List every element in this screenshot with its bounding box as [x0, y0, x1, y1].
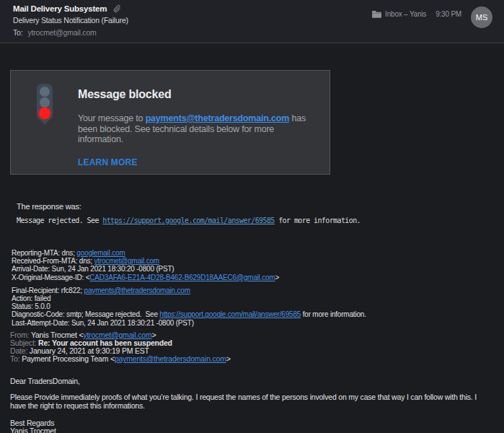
inbox-folder-icon	[372, 10, 381, 18]
response-message: Message rejected. See https://support.go…	[17, 216, 494, 224]
card-text-prefix: Your message to	[78, 113, 146, 123]
original-message-text: Dear TradersDomain, Please Provide immed…	[10, 377, 494, 433]
message-id-link[interactable]: CAD3AFA6-E21A-4D28-B462-B629D18AAEC6@gma…	[89, 274, 275, 281]
received-from-mta-line: Received-From-MTA: dns; ytrocmet@gmail.c…	[12, 257, 494, 265]
from-label: From:	[10, 331, 31, 339]
original-message-id-line: X-Original-Message-ID: <CAD3AFA6-E21A-4D…	[12, 274, 494, 281]
reporting-mta-label: Reporting-MTA: dns;	[12, 249, 76, 257]
response-suffix: for more information.	[275, 216, 361, 224]
diagnostic-code-suffix: for more information.	[301, 310, 366, 318]
quoted-to-name: Payment Processing Team <	[22, 354, 115, 363]
subject-value: Re: Your account has been suspended	[38, 338, 172, 347]
to-label: To:	[13, 28, 22, 37]
arrival-date-line: Arrival-Date: Sun, 24 Jan 2021 18:30:20 …	[12, 265, 494, 273]
recipient-row: To:ytrocmet@gmail.com	[13, 28, 128, 37]
status-line: Status: 5.0.0	[12, 302, 494, 310]
message-id-suffix: >	[275, 274, 279, 281]
quoted-to-line: To: Payment Processing Team <payments@th…	[10, 355, 494, 363]
card-title: Message blocked	[78, 88, 319, 101]
from-email-link[interactable]: ytrocmet@gmail.com	[83, 331, 151, 339]
received-from-mta-label: Received-From-MTA: dns;	[12, 257, 94, 265]
blocked-recipient-link[interactable]: payments@thetradersdomain.com	[146, 113, 290, 123]
from-suffix: >	[152, 331, 156, 339]
final-recipient-label: Final-Recipient: rfc822;	[12, 287, 84, 294]
smtp-response-section: The response was: Message rejected. See …	[17, 202, 494, 224]
original-message-headers: From: Yanis Trocmet <ytrocmet@gmail.com>…	[10, 331, 494, 364]
learn-more-link[interactable]: LEARN MORE	[78, 157, 138, 167]
reporting-mta-link[interactable]: googlemail.com	[76, 249, 125, 257]
quoted-to-email-link[interactable]: payments@thetradersdomain.com	[115, 354, 226, 363]
mailbox-indicator[interactable]: Inbox – Yanis	[372, 10, 426, 18]
support-article-link[interactable]: https://support.google.com/mail/answer/6…	[102, 216, 275, 224]
final-recipient-link[interactable]: payments@thetradersdomain.com	[84, 287, 190, 294]
traffic-light-icon	[37, 84, 53, 174]
letter-signature: Yanis Trocmet	[10, 427, 494, 433]
message-header: Mail Delivery Subsystem Delivery Status …	[0, 0, 504, 43]
diagnostic-code-line: Diagnostic-Code: smtp; Message rejected.…	[12, 310, 494, 318]
red-light	[39, 108, 50, 119]
diagnostic-code-label: Diagnostic-Code: smtp; Message rejected.…	[12, 310, 159, 318]
letter-signoff: Best Regards	[10, 419, 494, 428]
card-description: Your message to payments@thetradersdomai…	[78, 113, 319, 145]
date-label: Date:	[10, 346, 30, 355]
letter-greeting: Dear TradersDomain,	[10, 377, 494, 386]
from-name: Yanis Trocmet <	[31, 331, 83, 339]
received-from-mta-link[interactable]: ytrocmet@gmail.com	[94, 257, 159, 265]
message-header-left: Mail Delivery Subsystem Delivery Status …	[13, 4, 128, 43]
paperclip-icon	[113, 4, 121, 13]
message-time: 9:30 PM	[436, 10, 461, 18]
message-blocked-card: Message blocked Your message to payments…	[10, 70, 330, 175]
delivery-status-details: Reporting-MTA: dns; googlemail.com Recei…	[12, 249, 494, 327]
avatar[interactable]: MS	[471, 6, 492, 28]
sender-name: Mail Delivery Subsystem	[13, 4, 107, 13]
message-header-right: Inbox – Yanis 9:30 PM MS	[372, 4, 492, 43]
action-line: Action: failed	[12, 294, 494, 302]
message-subject: Delivery Status Notification (Failure)	[13, 16, 128, 25]
mailbox-label: Inbox – Yanis	[385, 10, 426, 18]
last-attempt-date-line: Last-Attempt-Date: Sun, 24 Jan 2021 18:3…	[12, 319, 494, 327]
response-intro: The response was:	[17, 202, 494, 211]
subject-label: Subject:	[10, 338, 38, 347]
reporting-mta-line: Reporting-MTA: dns; googlemail.com	[12, 249, 494, 257]
message-body-area: Message blocked Your message to payments…	[0, 70, 504, 433]
message-id-label: X-Original-Message-ID: <	[12, 274, 89, 281]
quoted-to-label: To:	[10, 354, 22, 363]
diagnostic-support-link[interactable]: https://support.google.com/mail/answer/6…	[159, 310, 301, 318]
letter-paragraph: Please Provide immediately proofs of wha…	[10, 393, 494, 410]
final-recipient-line: Final-Recipient: rfc822; payments@thetra…	[12, 287, 494, 294]
quoted-to-suffix: >	[226, 354, 231, 363]
to-recipient[interactable]: ytrocmet@gmail.com	[27, 28, 96, 37]
date-value: January 24, 2021 at 9:30:19 PM EST	[30, 346, 149, 355]
response-prefix: Message rejected. See	[17, 216, 102, 224]
